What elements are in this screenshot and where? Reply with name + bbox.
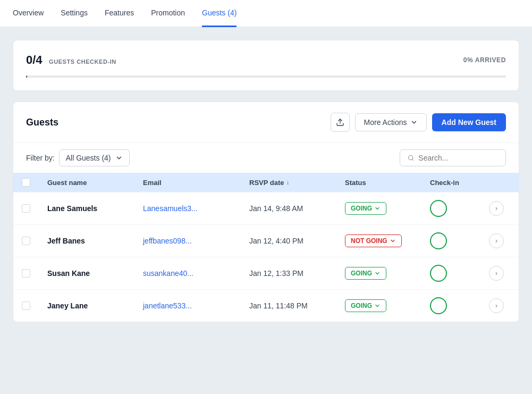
nav-tabs: Overview Settings Features Promotion Gue…	[0, 0, 532, 27]
tab-overview[interactable]: Overview	[13, 0, 44, 27]
row-checkbox[interactable]	[22, 237, 47, 245]
stats-count: 0/4	[26, 53, 43, 66]
row-checkbox[interactable]	[22, 204, 47, 213]
row-check-2[interactable]	[22, 269, 30, 278]
stats-label: GUESTS CHECKED-IN	[49, 58, 116, 65]
status-text: GOING	[351, 302, 372, 309]
status-cell: NOT GOING	[345, 234, 430, 247]
checkin-cell	[430, 265, 489, 282]
tab-promotion[interactable]: Promotion	[151, 0, 185, 27]
filter-value: All Guests (4)	[66, 154, 111, 162]
col-guest-name: Guest name	[47, 179, 143, 187]
checkin-cell	[430, 232, 489, 249]
status-badge[interactable]: GOING	[345, 202, 386, 215]
checkin-cell	[430, 200, 489, 217]
row-arrow-button[interactable]: ›	[489, 233, 504, 248]
col-rsvp-date[interactable]: RSVP date ↓	[249, 179, 345, 187]
row-check-3[interactable]	[22, 301, 30, 310]
search-input[interactable]	[418, 154, 498, 162]
status-badge[interactable]: NOT GOING	[345, 234, 402, 247]
checkin-cell	[430, 297, 489, 314]
status-text: NOT GOING	[351, 237, 387, 245]
rsvp-date: Jan 11, 11:48 PM	[249, 301, 345, 310]
status-text: GOING	[351, 205, 372, 212]
select-all-checkbox[interactable]	[22, 178, 47, 187]
row-arrow-cell: ›	[489, 233, 510, 248]
guest-email: susankane40...	[143, 269, 249, 278]
status-cell: GOING	[345, 267, 430, 280]
row-checkbox[interactable]	[22, 301, 47, 310]
rsvp-date: Jan 14, 9:48 AM	[249, 204, 345, 213]
chevron-down-icon	[410, 119, 418, 126]
more-actions-button[interactable]: More Actions	[355, 113, 427, 131]
upload-button[interactable]	[331, 113, 350, 132]
status-chevron-icon	[374, 270, 381, 276]
col-email: Email	[143, 179, 249, 187]
svg-line-2	[412, 159, 413, 160]
table-row[interactable]: Jeff Banes jeffbanes098... Jan 12, 4:40 …	[13, 224, 519, 257]
checkin-circle[interactable]	[430, 265, 447, 282]
filter-select[interactable]: All Guests (4)	[59, 149, 130, 166]
status-badge[interactable]: GOING	[345, 299, 386, 312]
guests-title: Guests	[26, 117, 58, 128]
main-content: 0/4 GUESTS CHECKED-IN 0% ARRIVED Guests	[0, 27, 532, 335]
col-checkin: Check-in	[430, 179, 489, 187]
row-arrow-button[interactable]: ›	[489, 298, 504, 313]
table-row[interactable]: Susan Kane susankane40... Jan 12, 1:33 P…	[13, 257, 519, 289]
sort-arrow-icon: ↓	[286, 179, 290, 186]
table-header: Guest name Email RSVP date ↓ Status Chec…	[13, 173, 519, 192]
filter-left: Filter by: All Guests (4)	[26, 149, 130, 166]
progress-cursor	[26, 76, 27, 78]
filter-chevron-icon	[115, 154, 123, 162]
stats-header: 0/4 GUESTS CHECKED-IN 0% ARRIVED	[26, 53, 506, 67]
status-chevron-icon	[374, 205, 381, 212]
header-checkbox[interactable]	[22, 178, 30, 187]
status-text: GOING	[351, 270, 372, 277]
guest-name: Jeff Banes	[47, 237, 143, 245]
stats-card: 0/4 GUESTS CHECKED-IN 0% ARRIVED	[13, 40, 519, 91]
more-actions-label: More Actions	[364, 118, 407, 127]
status-chevron-icon	[390, 238, 396, 244]
guest-name: Lane Samuels	[47, 204, 143, 213]
filter-row: Filter by: All Guests (4)	[13, 142, 519, 173]
search-box[interactable]	[400, 149, 506, 166]
guest-name: Janey Lane	[47, 301, 143, 310]
stats-left: 0/4 GUESTS CHECKED-IN	[26, 53, 116, 67]
row-check-1[interactable]	[22, 237, 30, 245]
guests-header: Guests More Actions Add New Guest	[13, 102, 519, 142]
checkin-circle[interactable]	[430, 200, 447, 217]
row-arrow-button[interactable]: ›	[489, 266, 504, 281]
checkin-circle[interactable]	[430, 232, 447, 249]
guests-actions: More Actions Add New Guest	[331, 113, 506, 132]
tab-guests[interactable]: Guests (4)	[202, 0, 237, 27]
progress-bar-container	[26, 76, 506, 78]
table-row[interactable]: Lane Samuels Lanesamuels3... Jan 14, 9:4…	[13, 192, 519, 224]
add-guest-button[interactable]: Add New Guest	[432, 113, 506, 131]
stats-arrived: 0% ARRIVED	[463, 56, 506, 64]
rsvp-date: Jan 12, 1:33 PM	[249, 269, 345, 278]
guest-email: janetlane533...	[143, 301, 249, 310]
guest-email: jeffbanes098...	[143, 237, 249, 245]
row-arrow-cell: ›	[489, 298, 510, 313]
tab-features[interactable]: Features	[105, 0, 134, 27]
status-badge[interactable]: GOING	[345, 267, 386, 280]
guest-email: Lanesamuels3...	[143, 204, 249, 213]
tab-settings[interactable]: Settings	[61, 0, 88, 27]
upload-icon	[336, 118, 344, 127]
table-body: Lane Samuels Lanesamuels3... Jan 14, 9:4…	[13, 192, 519, 322]
guests-card: Guests More Actions Add New Guest	[13, 102, 519, 322]
status-cell: GOING	[345, 202, 430, 215]
rsvp-date: Jan 12, 4:40 PM	[249, 237, 345, 245]
table-row[interactable]: Janey Lane janetlane533... Jan 11, 11:48…	[13, 289, 519, 322]
row-check-0[interactable]	[22, 204, 30, 213]
checkin-circle[interactable]	[430, 297, 447, 314]
status-cell: GOING	[345, 299, 430, 312]
row-arrow-cell: ›	[489, 201, 510, 216]
guest-name: Susan Kane	[47, 269, 143, 278]
filter-by-label: Filter by:	[26, 154, 55, 162]
row-checkbox[interactable]	[22, 269, 47, 278]
row-arrow-cell: ›	[489, 266, 510, 281]
row-arrow-button[interactable]: ›	[489, 201, 504, 216]
col-status: Status	[345, 179, 430, 187]
status-chevron-icon	[374, 303, 381, 309]
